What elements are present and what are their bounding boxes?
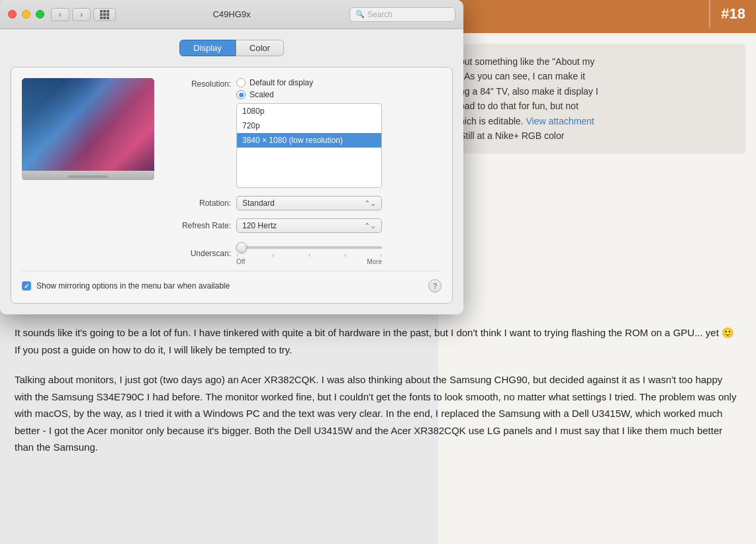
forum-body: out something like the "About my . As yo… [438, 33, 756, 175]
radio-circle-default[interactable] [236, 78, 246, 87]
rotation-value: Standard [242, 199, 275, 208]
titlebar: ‹ › C49HG9x 🔍 Search [0, 0, 463, 29]
back-button[interactable]: ‹ [51, 8, 70, 21]
radio-scaled[interactable]: Scaled [236, 90, 382, 99]
refresh-rate-row: Refresh Rate: 120 Hertz ⌃⌄ [165, 218, 442, 233]
radio-circle-scaled[interactable] [236, 90, 246, 99]
slider-labels: Off More [236, 258, 382, 265]
main-content: It sounds like it's going to be a lot of… [15, 324, 741, 469]
tab-color[interactable]: Color [236, 40, 284, 56]
post-number: #18 [709, 0, 756, 28]
rotation-label: Rotation: [165, 199, 231, 208]
mirroring-label: Show mirroring options in the menu bar w… [36, 281, 230, 291]
view-attachment-link[interactable]: View attachment [526, 116, 594, 126]
radio-group-resolution: Default for display Scaled [236, 78, 382, 99]
refresh-rate-arrow-icon: ⌃⌄ [364, 222, 376, 230]
monitor-container [22, 78, 154, 265]
body-paragraph-1: It sounds like it's going to be a lot of… [15, 324, 741, 358]
mirroring-checkbox[interactable] [22, 281, 31, 291]
forum-post-content: out something like the "About my . As yo… [449, 44, 745, 154]
monitor-image [22, 78, 154, 171]
tick-1 [237, 254, 238, 257]
display-panel: Display Color Resolution: [0, 29, 463, 314]
underscan-label: Underscan: [165, 249, 231, 258]
traffic-lights [8, 10, 44, 19]
resolution-720p[interactable]: 720p [237, 118, 381, 133]
tab-bar: Display Color [11, 40, 453, 56]
tick-5 [381, 254, 381, 257]
underscan-row: Underscan: [165, 241, 442, 265]
tick-4 [345, 254, 346, 257]
underscan-slider-container: Off More [236, 241, 382, 265]
forward-icon: › [80, 10, 83, 19]
tab-display[interactable]: Display [179, 40, 236, 56]
maximize-button[interactable] [36, 10, 44, 19]
search-bar[interactable]: 🔍 Search [350, 7, 455, 22]
tick-3 [309, 254, 310, 257]
underscan-min-label: Off [236, 258, 245, 265]
radio-scaled-label: Scaled [250, 90, 274, 99]
window-title: C49HG9x [213, 9, 250, 19]
radio-default-label: Default for display [250, 78, 313, 87]
back-icon: ‹ [59, 10, 62, 19]
resolution-row: Resolution: Default for display Scaled [165, 78, 442, 188]
minimize-button[interactable] [22, 10, 30, 19]
monitor-stand [22, 171, 154, 180]
resolution-1080p[interactable]: 1080p [237, 104, 381, 118]
refresh-rate-dropdown[interactable]: 120 Hertz ⌃⌄ [236, 218, 382, 233]
slider-ticks [236, 254, 382, 257]
preferences-window: ‹ › C49HG9x 🔍 Search Display Color [0, 0, 463, 314]
monitor-preview [22, 78, 154, 171]
settings-area: Resolution: Default for display Scaled [165, 78, 442, 265]
search-icon: 🔍 [355, 10, 365, 19]
refresh-rate-value: 120 Hertz [242, 221, 277, 230]
nav-buttons: ‹ › [51, 8, 91, 21]
rotation-row: Rotation: Standard ⌃⌄ [165, 196, 442, 210]
forward-button[interactable]: › [72, 8, 91, 21]
refresh-rate-label: Refresh Rate: [165, 221, 231, 230]
checkbox-area: Show mirroring options in the menu bar w… [22, 271, 442, 293]
radio-default[interactable]: Default for display [236, 78, 382, 87]
forum-header: #18 [438, 0, 756, 33]
tick-2 [273, 254, 273, 257]
rotation-arrow-icon: ⌃⌄ [364, 199, 376, 208]
search-placeholder: Search [367, 10, 393, 19]
rotation-dropdown[interactable]: Standard ⌃⌄ [236, 196, 382, 210]
panel-content: Resolution: Default for display Scaled [22, 78, 442, 265]
resolution-list: 1080p 720p 3840 × 1080 (low resolution) [236, 103, 382, 188]
resolution-empty [237, 148, 381, 187]
underscan-slider-track[interactable] [236, 246, 382, 249]
resolution-label: Resolution: [165, 78, 231, 89]
grid-icon [100, 10, 109, 19]
resolution-options: Default for display Scaled 1080p 720p [236, 78, 382, 188]
underscan-max-label: More [367, 258, 382, 265]
body-paragraph-2: Talking about monitors, I just got (two … [15, 371, 741, 456]
grid-button[interactable] [93, 8, 116, 21]
underscan-slider-thumb[interactable] [236, 242, 247, 253]
resolution-4k-low[interactable]: 3840 × 1080 (low resolution) [237, 133, 381, 148]
close-button[interactable] [8, 10, 17, 19]
inner-panel: Resolution: Default for display Scaled [11, 67, 453, 304]
help-button[interactable]: ? [428, 279, 442, 293]
forum-partial-text: out something like the "About my . As yo… [459, 54, 735, 143]
